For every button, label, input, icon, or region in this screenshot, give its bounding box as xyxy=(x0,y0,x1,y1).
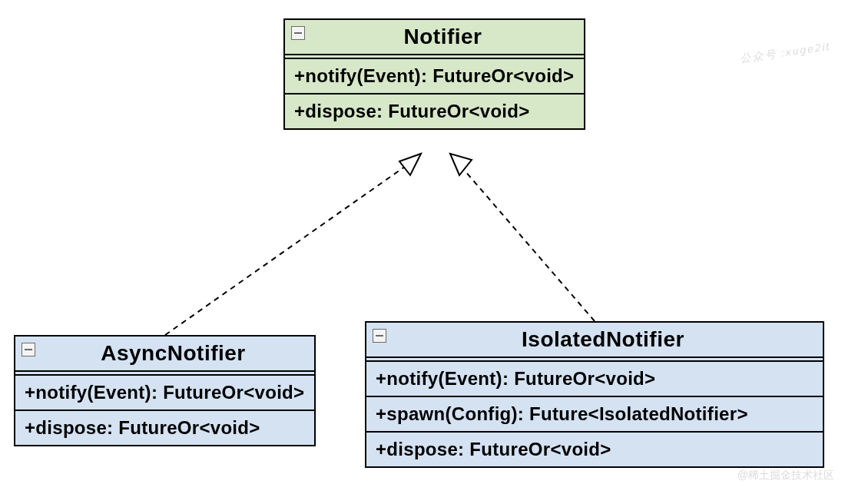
class-member: +dispose: FutureOr<void> xyxy=(15,410,314,445)
class-name: Notifier xyxy=(404,25,482,48)
watermark-bottom: @稀土掘金技术社区 xyxy=(737,469,834,482)
class-async-notifier: AsyncNotifier +notify(Event): FutureOr<v… xyxy=(14,335,316,446)
class-member: +dispose: FutureOr<void> xyxy=(285,93,584,128)
class-title: IsolatedNotifier xyxy=(366,323,823,358)
class-member: +notify(Event): FutureOr<void> xyxy=(366,362,823,396)
collapse-icon[interactable] xyxy=(291,26,305,40)
class-member: +spawn(Config): Future<IsolatedNotifier> xyxy=(366,396,823,431)
svg-marker-3 xyxy=(450,154,472,175)
class-name: AsyncNotifier xyxy=(101,341,246,365)
class-member: +notify(Event): FutureOr<void> xyxy=(285,59,584,93)
class-title: Notifier xyxy=(285,20,584,55)
uml-canvas: Notifier +notify(Event): FutureOr<void> … xyxy=(0,0,845,504)
class-member: +notify(Event): FutureOr<void> xyxy=(15,376,314,410)
collapse-icon[interactable] xyxy=(22,343,35,356)
class-member: +dispose: FutureOr<void> xyxy=(366,431,823,466)
collapse-icon[interactable] xyxy=(373,329,386,343)
class-isolated-notifier: IsolatedNotifier +notify(Event): FutureO… xyxy=(365,321,824,468)
svg-line-0 xyxy=(165,163,410,335)
svg-line-2 xyxy=(459,164,595,321)
svg-marker-1 xyxy=(399,154,421,175)
class-name: IsolatedNotifier xyxy=(522,327,684,351)
class-notifier: Notifier +notify(Event): FutureOr<void> … xyxy=(283,18,585,130)
watermark-top: 公众号 :xuge2it xyxy=(739,40,831,66)
class-title: AsyncNotifier xyxy=(15,337,314,372)
